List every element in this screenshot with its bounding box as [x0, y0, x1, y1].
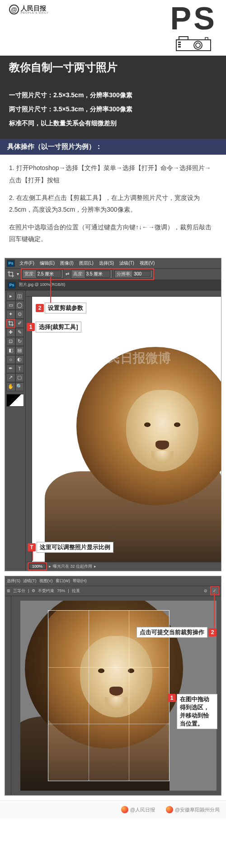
resolution-value[interactable]: 300: [132, 271, 151, 277]
instructions: 1. 打开Photoshop→选择【文件】菜单→选择【打开】命令→选择照片→点击…: [0, 155, 226, 258]
ps2-opacity[interactable]: 75%: [57, 588, 65, 593]
tool-pen[interactable]: ✒: [6, 364, 15, 373]
footer-text-1: @人民日报: [130, 806, 155, 813]
ps2-cancel-icon[interactable]: ⊘: [204, 588, 207, 593]
spec-two-inch: 两寸照片尺寸：3.5×5.3cm，分辨率300像素: [9, 102, 217, 116]
tool-hand[interactable]: ✋: [6, 382, 15, 391]
ruler-horizontal: [26, 290, 221, 297]
section-label: 具体操作（以一寸照片为例）：: [0, 139, 226, 155]
tool-blur[interactable]: ○: [6, 355, 15, 364]
svg-rect-7: [205, 38, 208, 40]
ps2-confirm-button[interactable]: ✓: [212, 588, 218, 594]
ps2-menu-select[interactable]: 选择(S): [7, 578, 20, 584]
width-field[interactable]: 宽度: 2.5 厘米: [22, 270, 64, 279]
zoom-value[interactable]: 100%: [29, 564, 46, 569]
svg-rect-4: [178, 42, 181, 43]
lion-illustration: [45, 336, 221, 562]
ps-letters: PS: [170, 5, 217, 33]
callout-2-text: 设置剪裁参数: [45, 303, 86, 313]
spec-one-inch: 一寸照片尺寸：2.5×3.5cm，分辨率300像素: [9, 88, 217, 102]
tool-move[interactable]: ▸: [6, 292, 15, 301]
menu-view[interactable]: 视图(V): [140, 260, 155, 266]
resolution-label: 分辨率:: [117, 271, 132, 277]
ps-options-bar: ▾ 宽度: 2.5 厘米 ⇄ 高度: 3.5 厘米 分辨率: 300: [5, 268, 221, 280]
tool-artboard[interactable]: ◫: [15, 292, 24, 301]
tool-type[interactable]: T: [15, 364, 24, 373]
menu-file[interactable]: 文件(F): [19, 260, 34, 266]
logo: @ 人民日报 PEOPLE'S DAILY: [9, 5, 49, 14]
menu-filter[interactable]: 滤镜(T): [119, 260, 134, 266]
step-3: 在照片中选取适合的位置（可通过键盘方向键↑↓←→微调），裁剪后敲击回车键确定。: [9, 221, 217, 245]
svg-point-2: [194, 41, 202, 49]
height-value[interactable]: 3.5 厘米: [85, 270, 110, 278]
camera-icon: [175, 35, 212, 51]
menu-image[interactable]: 图像(I): [60, 260, 73, 266]
callout-2: 2 设置剪裁参数: [36, 303, 86, 313]
ps2-menu-window[interactable]: 窗口(W): [56, 578, 71, 584]
tool-colors[interactable]: [6, 394, 24, 407]
ps2-callout-2-text: 点击可提交当前裁剪操作: [137, 627, 207, 638]
header: @ 人民日报 PEOPLE'S DAILY PS: [0, 0, 226, 51]
crop-tool-icon[interactable]: [7, 270, 15, 278]
weibo-icon: [166, 806, 173, 813]
svg-rect-1: [179, 37, 188, 40]
logo-en: PEOPLE'S DAILY: [21, 11, 49, 14]
width-value[interactable]: 2.5 厘米: [36, 270, 61, 278]
footer: @人民日报 @安徽阜阳颍州分局: [0, 800, 226, 819]
at-icon: @: [9, 5, 19, 14]
ps2-callout-2: 2 点击可提交当前裁剪操作: [137, 627, 217, 638]
tool-path[interactable]: ↗: [6, 373, 15, 382]
resolution-field[interactable]: 分辨率: 300: [114, 270, 153, 278]
red-leader-line: [50, 276, 51, 303]
ps2-badge-2: 2: [208, 628, 217, 636]
tool-brush[interactable]: ✎: [15, 328, 24, 337]
swap-icon[interactable]: ⇄: [66, 271, 69, 276]
menu-layer[interactable]: 图层(L): [79, 260, 94, 266]
ps2-menu-filter[interactable]: 滤镜(T): [23, 578, 37, 584]
crop-params-highlight: 宽度: 2.5 厘米 ⇄ 高度: 3.5 厘米 分辨率: 300: [21, 268, 154, 280]
tool-history[interactable]: ↻: [15, 337, 24, 346]
ps-tab-icon: Ps: [8, 281, 16, 289]
step-1: 1. 打开Photoshop→选择【文件】菜单→选择【打开】命令→选择照片→点击…: [9, 162, 217, 186]
ps-screenshot-1: Ps 文件(F) 编辑(E) 图像(I) 图层(L) 选择(S) 滤镜(T) 视…: [5, 258, 221, 571]
ps-document-tab[interactable]: Ps 照片.jpg @ 100%(RGB/8): [5, 280, 221, 290]
ps-title-block: PS: [170, 5, 217, 51]
height-label: 高度:: [73, 271, 84, 277]
tool-wand[interactable]: ✦: [6, 310, 15, 319]
tool-heal[interactable]: ✚: [6, 328, 15, 337]
svg-rect-5: [178, 44, 181, 45]
menu-edit[interactable]: 编辑(E): [40, 260, 55, 266]
tool-marquee[interactable]: ▭: [6, 301, 15, 310]
tool-eyedropper[interactable]: ✐: [15, 319, 24, 328]
ruler-vertical: [26, 297, 32, 571]
callout-1: 1 选择[裁剪工具]: [27, 322, 81, 332]
tool-quick[interactable]: ⊙: [15, 310, 24, 319]
ps-app-icon: Ps: [7, 260, 15, 267]
tool-lasso[interactable]: ◯: [15, 301, 24, 310]
tool-gradient[interactable]: ▤: [15, 346, 24, 355]
ps2-grid-icon[interactable]: ⊞: [7, 588, 10, 593]
ps2-callout-1-text: 在图中拖动得到选区，并移动到恰当位置。: [177, 694, 217, 729]
ps2-menu-help[interactable]: 帮助(H): [73, 578, 87, 584]
ps2-constraint[interactable]: 不受约束: [38, 588, 54, 594]
menu-select[interactable]: 选择(S): [99, 260, 114, 266]
height-field[interactable]: 高度: 3.5 厘米: [71, 270, 113, 279]
footer-source-1: @人民日报: [121, 806, 155, 813]
page-title: 教你自制一寸两寸照片: [0, 56, 226, 79]
ps-menu: 文件(F) 编辑(E) 图像(I) 图层(L) 选择(S) 滤镜(T) 视图(V…: [15, 260, 159, 266]
tool-shape[interactable]: ▢: [15, 373, 24, 382]
tool-crop[interactable]: [6, 319, 15, 328]
ps2-rule-label[interactable]: 三等分: [13, 588, 25, 594]
tool-eraser[interactable]: ◧: [6, 346, 15, 355]
tool-zoom[interactable]: 🔍: [15, 382, 24, 391]
ps2-gear-icon[interactable]: ⚙: [32, 588, 35, 593]
width-label: 宽度:: [24, 271, 35, 277]
tool-stamp[interactable]: ⊡: [6, 337, 15, 346]
badge-t: T: [28, 543, 36, 551]
ps2-menu-view[interactable]: 视图(V): [39, 578, 53, 584]
canvas-image-area[interactable]: @人民日报微博: [32, 297, 221, 562]
ps2-confirm-highlight: ✓: [210, 586, 219, 595]
ps2-callout-1: 1 在图中拖动得到选区，并移动到恰当位置。: [168, 694, 217, 729]
tool-dodge[interactable]: ◐: [15, 355, 24, 364]
ps2-straighten[interactable]: 拉直: [72, 588, 80, 594]
